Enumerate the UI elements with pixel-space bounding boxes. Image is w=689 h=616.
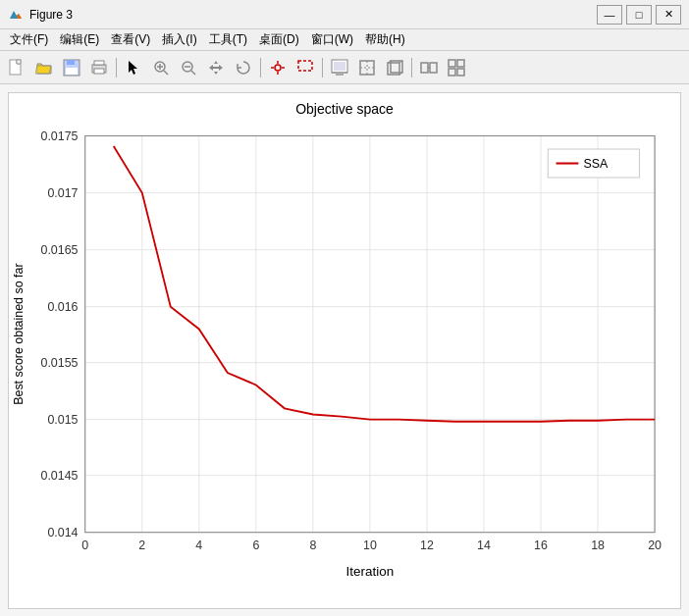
- select-button[interactable]: [121, 55, 146, 80]
- toolbar-separator-4: [411, 58, 412, 77]
- x-tick-20: 20: [648, 539, 662, 552]
- new-file-button[interactable]: [4, 55, 29, 80]
- toolbar-separator-3: [322, 58, 323, 77]
- chart-title: Objective space: [9, 93, 680, 121]
- svg-line-9: [164, 71, 168, 75]
- open-file-button[interactable]: [31, 55, 57, 80]
- close-button[interactable]: ✕: [656, 5, 681, 25]
- x-tick-12: 12: [420, 539, 434, 552]
- zoom-in-button[interactable]: [148, 55, 174, 80]
- matlab-icon: [8, 7, 24, 23]
- svg-point-15: [275, 65, 281, 71]
- menu-bar: 文件(F) 编辑(E) 查看(V) 插入(I) 工具(T) 桌面(D) 窗口(W…: [0, 29, 689, 51]
- svg-rect-33: [421, 63, 428, 73]
- svg-rect-22: [334, 62, 345, 71]
- x-tick-8: 8: [309, 539, 316, 552]
- svg-rect-37: [457, 60, 464, 67]
- x-tick-10: 10: [363, 539, 377, 552]
- window-controls: — □ ✕: [597, 5, 681, 25]
- svg-rect-4: [66, 68, 78, 75]
- toolbar: [0, 51, 689, 84]
- svg-rect-25: [360, 61, 374, 75]
- y-tick-0014: 0.014: [47, 526, 78, 539]
- svg-rect-20: [298, 61, 312, 71]
- view-2d-button[interactable]: [354, 55, 380, 80]
- layout-button[interactable]: [444, 55, 469, 80]
- y-tick-00165: 0.0165: [40, 243, 78, 257]
- svg-rect-38: [449, 69, 455, 76]
- menu-view[interactable]: 查看(V): [105, 29, 156, 50]
- link-button[interactable]: [416, 55, 442, 80]
- svg-rect-34: [430, 63, 437, 73]
- chart-wrapper: 0 2 4 6 8 10 12 14 16 18 20 0.014 0.0145…: [9, 121, 680, 608]
- data-cursor-button[interactable]: [265, 55, 291, 80]
- menu-tools[interactable]: 工具(T): [203, 29, 253, 50]
- title-bar: Figure 3 — □ ✕: [0, 0, 689, 29]
- x-tick-16: 16: [534, 539, 548, 552]
- menu-window[interactable]: 窗口(W): [305, 29, 359, 50]
- brush-button[interactable]: [292, 55, 318, 80]
- x-axis-label: Iteration: [346, 564, 395, 579]
- svg-rect-3: [67, 60, 75, 65]
- svg-rect-39: [457, 69, 464, 76]
- legend-label: SSA: [584, 157, 610, 171]
- svg-rect-24: [336, 73, 344, 76]
- y-tick-0017: 0.017: [47, 186, 78, 200]
- svg-rect-36: [449, 60, 455, 67]
- y-tick-00175: 0.0175: [40, 129, 78, 143]
- y-tick-0016: 0.016: [47, 300, 78, 314]
- pan-button[interactable]: [203, 55, 229, 80]
- window-title: Figure 3: [29, 8, 597, 22]
- zoom-out-button[interactable]: [176, 55, 201, 80]
- menu-file[interactable]: 文件(F): [4, 29, 54, 50]
- toolbar-separator-1: [116, 58, 117, 77]
- svg-line-13: [191, 71, 195, 75]
- main-area: Objective space: [0, 84, 689, 616]
- svg-rect-7: [94, 69, 104, 74]
- y-tick-00155: 0.0155: [40, 356, 78, 370]
- x-tick-2: 2: [138, 539, 145, 552]
- x-tick-6: 6: [252, 539, 259, 552]
- menu-insert[interactable]: 插入(I): [156, 29, 202, 50]
- rotate-button[interactable]: [231, 55, 256, 80]
- svg-rect-6: [94, 61, 104, 65]
- x-tick-14: 14: [477, 539, 491, 552]
- x-tick-18: 18: [591, 539, 605, 552]
- toolbar-separator-2: [260, 58, 261, 77]
- menu-help[interactable]: 帮助(H): [359, 29, 411, 50]
- menu-desktop[interactable]: 桌面(D): [253, 29, 305, 50]
- y-tick-00145: 0.0145: [40, 469, 78, 483]
- maximize-button[interactable]: □: [626, 5, 652, 25]
- print-button[interactable]: [86, 55, 112, 80]
- y-tick-0015: 0.015: [47, 413, 78, 427]
- minimize-button[interactable]: —: [597, 5, 622, 25]
- chart-svg: 0 2 4 6 8 10 12 14 16 18 20 0.014 0.0145…: [9, 121, 680, 608]
- menu-edit[interactable]: 编辑(E): [54, 29, 105, 50]
- chart-container: Objective space: [8, 92, 681, 609]
- view-3d-button[interactable]: [382, 55, 407, 80]
- x-tick-4: 4: [195, 539, 202, 552]
- print-fig-button[interactable]: [327, 55, 352, 80]
- save-button[interactable]: [59, 55, 84, 80]
- x-tick-0: 0: [81, 539, 88, 552]
- y-axis-label: Best score obtained so far: [13, 263, 26, 404]
